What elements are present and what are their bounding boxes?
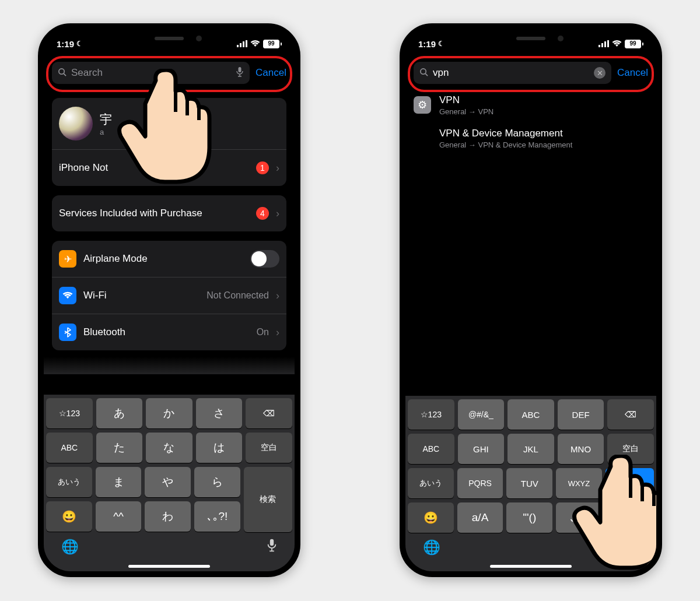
svg-rect-14: [607, 40, 609, 47]
svg-rect-13: [604, 41, 606, 47]
airplane-icon: ✈: [59, 250, 76, 268]
key[interactable]: MNO: [558, 434, 604, 464]
phone-right: 1:19 ☾ 99 ✕ Cancel ⚙: [400, 23, 662, 577]
cancel-button[interactable]: Cancel: [617, 67, 648, 79]
key[interactable]: か: [146, 398, 192, 428]
wifi-icon: [59, 287, 76, 304]
battery-icon: 99: [625, 40, 643, 48]
svg-rect-3: [246, 40, 247, 47]
clear-icon[interactable]: ✕: [594, 67, 606, 79]
cancel-button[interactable]: Cancel: [256, 67, 286, 79]
key-search[interactable]: [606, 468, 654, 533]
key[interactable]: あいう: [408, 468, 454, 498]
key-space[interactable]: 空白: [246, 433, 292, 463]
profile-sub: a: [100, 128, 279, 136]
search-input[interactable]: [432, 66, 590, 79]
svg-line-5: [64, 73, 66, 76]
key[interactable]: WXYZ: [556, 468, 602, 498]
key[interactable]: JKL: [508, 434, 554, 464]
status-time: 1:19: [57, 39, 74, 49]
do-not-disturb-icon: ☾: [76, 40, 83, 48]
key[interactable]: さ: [196, 398, 243, 428]
key-emoji[interactable]: 😀: [408, 502, 454, 533]
key[interactable]: TUV: [506, 468, 552, 498]
svg-rect-11: [598, 45, 600, 47]
key[interactable]: ､｡?!: [194, 501, 240, 532]
profile-name: 宇: [100, 111, 279, 128]
gear-icon: ⚙: [414, 96, 431, 114]
svg-rect-0: [237, 45, 239, 47]
key[interactable]: ABC: [408, 434, 454, 464]
key[interactable]: ☆123: [408, 399, 454, 430]
key[interactable]: ^^: [96, 501, 142, 532]
row-services[interactable]: Services Included with Purchase 4 ›: [52, 195, 286, 231]
key[interactable]: た: [96, 433, 143, 463]
svg-rect-1: [240, 43, 242, 47]
chevron-right-icon: ›: [276, 162, 279, 174]
key[interactable]: ま: [96, 467, 142, 497]
key[interactable]: @#/&_: [458, 399, 505, 430]
dictation-icon[interactable]: [236, 66, 244, 79]
chevron-right-icon: ›: [276, 208, 279, 220]
key[interactable]: PQRS: [457, 468, 503, 498]
key-search[interactable]: 検索: [244, 467, 292, 532]
key[interactable]: '"(): [506, 502, 552, 533]
key[interactable]: ☆123: [46, 398, 93, 428]
home-indicator[interactable]: [490, 565, 572, 568]
home-indicator[interactable]: [128, 565, 210, 568]
search-field[interactable]: [52, 62, 250, 84]
status-time: 1:19: [418, 39, 436, 49]
chevron-right-icon: ›: [276, 290, 279, 302]
row-iphone-not-backed[interactable]: iPhone Not 1 ›: [52, 149, 286, 186]
do-not-disturb-icon: ☾: [438, 40, 444, 48]
search-icon: [419, 68, 428, 79]
phone-left: 1:19 ☾ 99 Cancel: [38, 23, 300, 577]
search-input[interactable]: [70, 66, 232, 79]
apple-id-row[interactable]: 宇 a: [52, 98, 286, 149]
key[interactable]: な: [146, 433, 192, 463]
key[interactable]: わ: [145, 501, 191, 532]
search-icon: [58, 68, 66, 79]
wifi-icon: [250, 40, 260, 47]
globe-icon[interactable]: 🌐: [61, 539, 79, 555]
svg-rect-7: [270, 539, 274, 546]
avatar: [59, 107, 93, 140]
svg-point-15: [421, 68, 426, 73]
key[interactable]: や: [145, 467, 191, 497]
key-space[interactable]: 空白: [607, 434, 654, 464]
chevron-right-icon: ›: [276, 326, 279, 339]
svg-point-4: [59, 68, 64, 73]
key[interactable]: あ: [96, 398, 143, 428]
key[interactable]: あいう: [46, 467, 92, 497]
result-vpn[interactable]: ⚙ VPN General → VPN: [405, 89, 656, 122]
badge: 1: [256, 161, 269, 174]
cellular-icon: [598, 40, 609, 47]
key-backspace[interactable]: ⌫: [246, 398, 292, 428]
result-vpn-device-mgmt[interactable]: VPN & Device Management General → VPN & …: [405, 122, 656, 155]
cellular-icon: [237, 40, 247, 47]
key[interactable]: ､,?!: [556, 502, 602, 533]
wifi-icon: [612, 40, 622, 47]
row-wifi[interactable]: Wi-Fi Not Connected ›: [52, 277, 286, 314]
key[interactable]: GHI: [458, 434, 505, 464]
key[interactable]: ABC: [508, 399, 554, 430]
key[interactable]: a/A: [457, 502, 503, 533]
key[interactable]: DEF: [558, 399, 604, 430]
svg-rect-2: [243, 41, 244, 47]
row-airplane[interactable]: ✈ Airplane Mode: [52, 241, 286, 277]
row-bluetooth[interactable]: Bluetooth On ›: [52, 314, 286, 350]
svg-line-16: [425, 73, 428, 76]
airplane-toggle[interactable]: [250, 250, 279, 268]
keyboard[interactable]: ☆123 あ か さ ⌫ ABC た な は 空白 あいう ま や: [44, 395, 295, 571]
search-field[interactable]: ✕: [414, 62, 611, 84]
svg-rect-6: [239, 67, 242, 72]
key[interactable]: ら: [194, 467, 240, 497]
dictation-icon[interactable]: [267, 538, 277, 556]
globe-icon[interactable]: 🌐: [423, 539, 440, 556]
key[interactable]: ABC: [46, 433, 93, 463]
key[interactable]: は: [196, 433, 243, 463]
svg-rect-12: [601, 43, 603, 47]
key-backspace[interactable]: ⌫: [607, 399, 654, 430]
keyboard[interactable]: ☆123 @#/&_ ABC DEF ⌫ ABC GHI JKL MNO 空白 …: [405, 396, 656, 571]
key-emoji[interactable]: 😀: [46, 501, 92, 532]
